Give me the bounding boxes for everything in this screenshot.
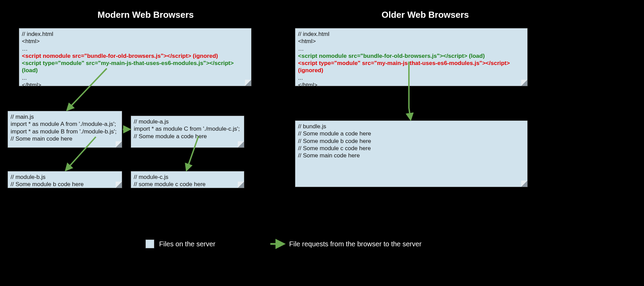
code-line: // Some module c code here bbox=[298, 145, 525, 152]
code-line: // Some main code here bbox=[298, 152, 525, 159]
code-line: // index.html bbox=[22, 30, 248, 38]
code-line: </html> bbox=[298, 81, 525, 89]
note-fold-icon bbox=[238, 141, 244, 147]
code-line: // module-a.js bbox=[134, 118, 241, 125]
code-line: import * as module B from './module-b.js… bbox=[11, 128, 119, 135]
note-bundle-js: // bundle.js // Some module a code here … bbox=[295, 120, 528, 187]
code-line-module: <script type="module" src="my-main-js-th… bbox=[22, 60, 248, 74]
code-line: // main.js bbox=[11, 113, 119, 120]
note-fold-icon bbox=[116, 182, 122, 188]
note-left-index-html: // index.html <html> … <script nomodule … bbox=[19, 28, 252, 86]
code-line: <html> bbox=[22, 38, 248, 45]
note-module-a: // module-a.js import * as module C from… bbox=[131, 116, 244, 148]
code-line: ... bbox=[22, 74, 248, 81]
code-line: // bundle.js bbox=[298, 123, 525, 130]
legend-label-files: Files on the server bbox=[159, 240, 216, 248]
code-line: import * as module C from './module-c.js… bbox=[134, 125, 241, 132]
note-module-c: // module-c.js // some module c code her… bbox=[131, 171, 244, 188]
code-line: // Some main code here bbox=[11, 135, 119, 142]
code-line: // Some module b code here bbox=[11, 181, 119, 188]
note-module-b: // module-b.js // Some module b code her… bbox=[8, 171, 122, 188]
note-main-js: // main.js import * as module A from './… bbox=[8, 111, 122, 148]
code-line: // Some module a code here bbox=[134, 133, 241, 140]
legend-label-requests: File requests from the browser to the se… bbox=[289, 240, 422, 248]
code-line-nomodule: <script nomodule src="bundle-for-old-bro… bbox=[298, 52, 525, 60]
heading-modern-browsers: Modern Web Browsers bbox=[98, 10, 194, 20]
code-line: import * as module A from './module-a.js… bbox=[11, 120, 119, 128]
note-right-index-html: // index.html <html> … <script nomodule … bbox=[295, 28, 528, 86]
code-line: … bbox=[298, 45, 525, 52]
code-line: ... bbox=[298, 74, 525, 81]
note-fold-icon bbox=[521, 80, 527, 86]
note-fold-icon bbox=[521, 181, 527, 187]
code-line: // Some module b code here bbox=[298, 138, 525, 145]
diagram-canvas: { "headings": { "left": "Modern Web Brow… bbox=[0, 0, 644, 286]
code-line: … bbox=[22, 45, 248, 52]
code-line: // index.html bbox=[298, 30, 525, 38]
code-line: </html> bbox=[22, 81, 248, 89]
code-line: <html> bbox=[298, 38, 525, 45]
code-line: // module-b.js bbox=[11, 173, 119, 181]
legend-swatch-files bbox=[145, 239, 154, 248]
code-line-nomodule: <script nomodule src="bundle-for-old-bro… bbox=[22, 52, 248, 60]
note-fold-icon bbox=[245, 80, 251, 86]
note-fold-icon bbox=[238, 182, 244, 188]
code-line: // Some module a code here bbox=[298, 130, 525, 137]
heading-older-browsers: Older Web Browsers bbox=[382, 10, 469, 20]
code-line-module: <script type="module" src="my-main-js-th… bbox=[298, 60, 525, 74]
code-line: // some module c code here bbox=[134, 181, 241, 188]
note-fold-icon bbox=[116, 141, 122, 147]
code-line: // module-c.js bbox=[134, 173, 241, 181]
